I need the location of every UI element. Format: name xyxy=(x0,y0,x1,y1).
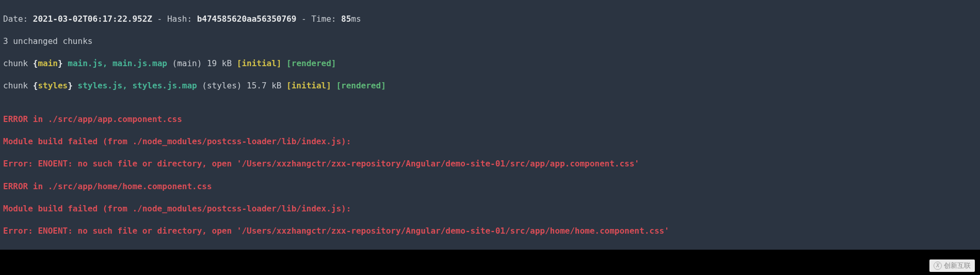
chunk-initial: [initial] xyxy=(237,58,282,68)
date-value: 2021-03-02T06:17:22.952Z xyxy=(33,14,152,24)
chunk-line-styles: chunk {styles} styles.js, styles.js.map … xyxy=(3,80,977,91)
brace-close: } xyxy=(58,58,63,68)
chunk-name: styles xyxy=(38,81,68,90)
chunk-space xyxy=(331,81,336,90)
date-label: Date: xyxy=(3,14,33,24)
unchanged-chunks: 3 unchanged chunks xyxy=(3,36,977,47)
chunk-name: main xyxy=(38,58,58,68)
chunk-rendered: [rendered] xyxy=(286,58,336,68)
watermark-logo-icon: X xyxy=(934,262,942,270)
error-line: Module build failed (from ./node_modules… xyxy=(3,136,977,147)
error-line: Module build failed (from ./node_modules… xyxy=(3,203,977,215)
sep2: - Time: xyxy=(296,14,341,24)
error-line: ERROR in ./src/app/home/home.component.c… xyxy=(3,181,977,192)
build-header-line: Date: 2021-03-02T06:17:22.952Z - Hash: b… xyxy=(3,13,977,25)
error-line: Error: ENOENT: no such file or directory… xyxy=(3,225,977,237)
error-line: Error: ENOENT: no such file or directory… xyxy=(3,158,977,170)
chunk-files: main.js, main.js.map xyxy=(63,58,167,68)
terminal-output: Date: 2021-03-02T06:17:22.952Z - Hash: b… xyxy=(0,0,980,250)
time-unit: ms xyxy=(351,14,361,24)
watermark-badge: X 创新互联 xyxy=(929,259,975,272)
chunk-meta: (main) 19 kB xyxy=(167,58,237,68)
watermark-text: 创新互联 xyxy=(944,261,971,270)
chunk-rendered: [rendered] xyxy=(336,81,385,90)
chunk-prefix: chunk xyxy=(3,81,33,90)
hash-value: b474585620aa56350769 xyxy=(197,14,297,24)
sep1: - Hash: xyxy=(152,14,197,24)
chunk-line-main: chunk {main} main.js, main.js.map (main)… xyxy=(3,58,977,69)
time-value: 85 xyxy=(341,14,351,24)
chunk-space xyxy=(281,58,286,68)
chunk-prefix: chunk xyxy=(3,58,33,68)
brace-open: { xyxy=(33,58,38,68)
error-line: ERROR in ./src/app/app.component.css xyxy=(3,114,977,125)
chunk-meta: (styles) 15.7 kB xyxy=(197,81,286,90)
chunk-initial: [initial] xyxy=(286,81,331,90)
brace-close: } xyxy=(68,81,73,90)
brace-open: { xyxy=(33,81,38,90)
chunk-files: styles.js, styles.js.map xyxy=(73,81,197,90)
